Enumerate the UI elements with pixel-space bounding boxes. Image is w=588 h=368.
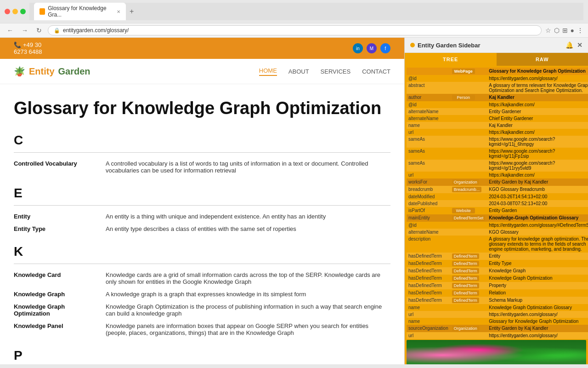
sd-empty [450,129,487,136]
sd-type-cell: Organization [450,325,487,332]
letter-k: K [14,244,390,259]
menu-icon[interactable]: ⋮ [577,27,583,34]
phone-line-1: 📞 +49 30 [14,41,42,48]
sidebar-content[interactable]: WebPage Glossary for Knowledge Graph Opt… [405,66,588,364]
sd-val: A glossary for knowledge graph optimizat… [487,236,588,253]
table-row: sameAs https://www.google.com/search?kgm… [407,148,588,160]
nav-contact[interactable]: CONTACT [362,68,390,75]
entry-controlled-vocabulary: Controlled Vocabulary A controlled vocab… [14,157,390,177]
sidebar-title-row: Entity Garden Sidebar [410,42,481,49]
table-row: hasDefinedTerm DefinedTerm Knowledge Gra… [407,267,588,275]
table-row: hasDefinedTerm DefinedTerm Entity Type [407,260,588,267]
linkedin-icon[interactable]: in [353,43,363,53]
sd-val: Property [487,282,588,289]
sd-type-badge: DefinedTerm [452,290,479,296]
browser-window: Glossary for Knowledge Gra... ✕ + ← → ↻ … [0,0,588,38]
sd-type-cell: DefinedTerm [450,260,487,267]
sd-key [407,68,450,75]
tab-close-button[interactable]: ✕ [117,9,120,14]
sidebar-bell-icon[interactable]: 🔔 [565,41,573,49]
sd-key: description [407,236,450,253]
nav-about[interactable]: ABOUT [288,68,309,75]
table-row: url https://entitygarden.com/glossary/ [407,332,588,339]
sd-val: Entity [487,253,588,260]
mastodon-icon[interactable]: M [367,43,377,53]
maximize-button[interactable] [20,9,26,14]
sd-val: Schema Markup [487,297,588,304]
tab-favicon [40,8,45,15]
sd-key: sameAs [407,136,450,148]
section-k: K Knowledge Card Knowledge cards are a g… [14,244,390,339]
sd-val: A glossary of terms relevant for Knowled… [487,82,588,94]
term-entity-type: Entity Type [14,225,96,232]
sd-val: https://www.google.com/search?kgmid=/g/1… [487,136,588,148]
sd-key: breadcrumb [407,186,450,193]
sd-val: Entity Garden [487,207,588,214]
table-row: hasDefinedTerm DefinedTerm Property [407,282,588,289]
sd-val: Kaj Kandler [487,122,588,129]
sd-type-badge: DefinedTerm [452,268,479,274]
grid-icon[interactable]: ⊞ [562,27,568,34]
sd-type-badge: DefinedTermSet [452,215,486,221]
table-row: sameAs https://www.google.com/search?kgm… [407,160,588,172]
table-row: @id https://entitygarden.com/glossary/#D… [407,222,588,229]
sidebar-controls: 🔔 ✕ [565,41,582,49]
new-tab-button[interactable]: + [128,6,136,17]
table-row: mainEntity DefinedTermSet Knowledge-Grap… [407,214,588,222]
entry-knowledge-panel: Knowledge Panel Knowledge panels are inf… [14,320,390,339]
sd-empty [450,136,487,148]
sidebar-panel: Entity Garden Sidebar 🔔 ✕ TREE RAW WebPa… [404,38,588,364]
sd-empty [450,332,487,339]
sd-key: author [407,94,450,101]
table-row: WebPage Glossary for Knowledge Graph Opt… [407,68,588,75]
address-bar[interactable]: 🔒 entitygarden.com/glossary/ [48,25,542,35]
sd-type-badge: Person [452,95,475,100]
sd-empty [450,115,487,122]
sd-empty [450,229,487,236]
sd-empty [450,318,487,325]
sd-type-badge: DefinedTerm [452,253,479,259]
entry-kgo: Knowledge Graph Optimization Knowledge G… [14,300,390,320]
sidebar-tabs: TREE RAW [405,53,588,66]
table-row: worksFor Organization Entity Garden by K… [407,178,588,186]
forward-button[interactable]: → [19,26,30,35]
sd-type-badge: Organization [452,326,479,331]
sd-val: KGO Glossary Breadcrumb [487,186,588,193]
reload-button[interactable]: ↻ [34,26,44,35]
sd-key: hasDefinedTerm [407,253,450,260]
sd-key: sameAs [407,148,450,160]
minimize-button[interactable] [12,9,18,14]
sd-val: https://entitygarden.com/glossary/ [487,311,588,318]
tab-tree[interactable]: TREE [405,53,497,66]
sidebar-close-button[interactable]: ✕ [577,41,582,49]
star-icon[interactable]: ☆ [545,27,551,34]
close-button[interactable] [5,9,10,14]
extensions-icon[interactable]: ⬡ [554,27,560,34]
back-button[interactable]: ← [5,26,16,35]
tab-raw[interactable]: RAW [497,53,588,66]
sd-empty [450,311,487,318]
site-logo: 🪴 Entity Garden [14,66,90,77]
sd-val: Knowledge Graph Optimization [487,275,588,282]
table-row: hasDefinedTerm DefinedTerm Entity [407,253,588,260]
sidebar-image [407,340,586,364]
sidebar-image-inner [407,340,586,364]
active-tab[interactable]: Glossary for Knowledge Gra... ✕ [34,3,126,20]
sd-empty [450,304,487,311]
nav-home[interactable]: HOME [259,67,277,76]
sidebar-status-dot [410,43,415,47]
logo-entity: Entity [29,66,55,77]
sd-type-cell: Website [450,207,487,214]
logo-garden: Garden [58,66,90,77]
url-text: entitygarden.com/glossary/ [63,27,129,34]
table-row: url https://kajkandler.com/ [407,129,588,136]
table-row: hasDefinedTerm DefinedTerm Relation [407,289,588,297]
sd-val: Knowledge Graph Optimization Glossary [487,304,588,311]
table-row: breadcrumb Breadcrumb... KGO Glossary Br… [407,186,588,193]
sd-type-cell: DefinedTerm [450,253,487,260]
profile-icon[interactable]: ● [571,27,574,34]
sd-empty [450,236,487,253]
site-topbar: 📞 +49 30 6273 6488 in M f [0,38,404,59]
facebook-icon[interactable]: f [380,43,390,53]
nav-services[interactable]: SERVICES [321,68,351,75]
